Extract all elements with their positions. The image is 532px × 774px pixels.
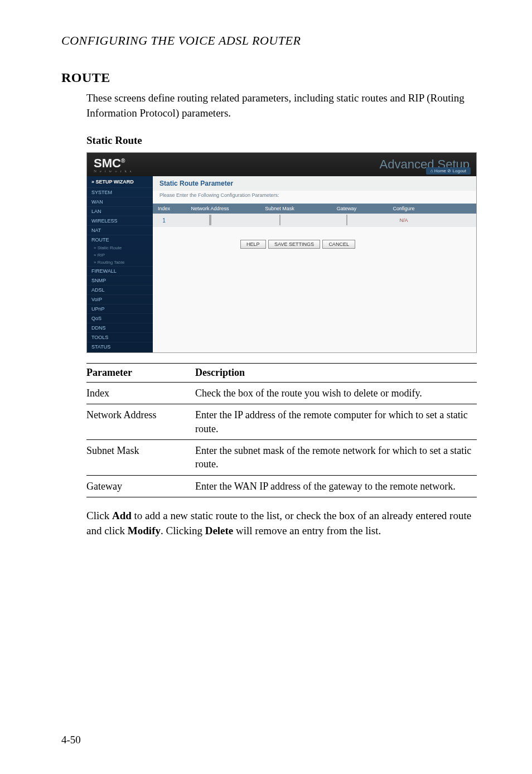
- nav-upnp[interactable]: UPnP: [87, 304, 153, 313]
- help-button[interactable]: HELP: [240, 240, 266, 249]
- table-row: Network Address Enter the IP address of …: [86, 404, 477, 440]
- col-gateway: Gateway: [315, 206, 379, 211]
- gateway-input[interactable]: [346, 215, 347, 225]
- row1-configure: N/A: [379, 217, 429, 223]
- setup-wizard-link[interactable]: » SETUP WIZARD: [87, 176, 153, 187]
- nav-nat[interactable]: NAT: [87, 225, 153, 235]
- main-panel-title: Static Route Parameter: [153, 176, 476, 191]
- closing-bold-add: Add: [112, 510, 132, 521]
- logout-link[interactable]: Logout: [453, 168, 466, 173]
- closing-paragraph: Click Add to add a new static route to t…: [86, 509, 482, 538]
- config-table-header: Index Network Address Subnet Mask Gatewa…: [153, 204, 476, 214]
- nav-qos[interactable]: QoS: [87, 313, 153, 323]
- table-row: Subnet Mask Enter the subnet mask of the…: [86, 440, 477, 476]
- desc-cell: Enter the WAN IP address of the gateway …: [195, 475, 477, 497]
- desc-cell: Check the box of the route you wish to d…: [195, 383, 477, 404]
- subsection-title: Static Route: [86, 134, 482, 147]
- nav-snmp[interactable]: SNMP: [87, 275, 153, 285]
- save-settings-button[interactable]: SAVE SETTINGS: [268, 240, 320, 249]
- button-row: HELP SAVE SETTINGS CANCEL: [153, 238, 476, 249]
- row1-gateway-cell: [315, 215, 379, 225]
- desc-cell: Enter the IP address of the remote compu…: [195, 404, 477, 440]
- param-table-header-row: Parameter Description: [86, 364, 477, 383]
- closing-bold-delete: Delete: [205, 525, 234, 536]
- screenshot-body: » SETUP WIZARD SYSTEM WAN LAN WIRELESS N…: [87, 176, 476, 352]
- logo-subtext: N e t w o r k s: [94, 169, 132, 173]
- cancel-button[interactable]: CANCEL: [322, 240, 355, 249]
- col-subnet-mask: Subnet Mask: [245, 206, 315, 211]
- desc-header: Description: [195, 364, 477, 383]
- param-cell: Subnet Mask: [86, 440, 195, 476]
- table-row: Index Check the box of the route you wis…: [86, 383, 477, 404]
- nav-firewall[interactable]: FIREWALL: [87, 266, 153, 275]
- nav-ddns[interactable]: DDNS: [87, 323, 153, 332]
- row1-index: 1: [153, 217, 175, 224]
- col-index: Index: [153, 206, 175, 211]
- nav-voip[interactable]: VoIP: [87, 294, 153, 304]
- param-cell: Network Address: [86, 404, 195, 440]
- closing-pre1: Click: [86, 510, 112, 521]
- desc-cell: Enter the subnet mask of the remote netw…: [195, 440, 477, 476]
- nav-tools[interactable]: TOOLS: [87, 332, 153, 342]
- top-links: ⌂ Home ⊘ Logout: [426, 167, 471, 175]
- nav-adsl[interactable]: ADSL: [87, 285, 153, 294]
- logo-text: SMC: [94, 156, 121, 170]
- logo-reg: ®: [121, 157, 125, 163]
- closing-post: will remove an entry from the list.: [233, 525, 381, 536]
- router-screenshot: SMC® N e t w o r k s Advanced Setup ⌂ Ho…: [86, 152, 477, 353]
- config-row-1: 1 N/A: [153, 214, 476, 227]
- row1-subnet-mask-cell: [245, 215, 315, 225]
- nav-system[interactable]: SYSTEM: [87, 187, 153, 197]
- sidebar-nav: » SETUP WIZARD SYSTEM WAN LAN WIRELESS N…: [87, 176, 153, 352]
- network-address-input-b[interactable]: [210, 215, 211, 225]
- section-title: ROUTE: [61, 70, 482, 85]
- nav-routing-table[interactable]: » Routing Table: [87, 259, 153, 266]
- smc-logo: SMC®: [94, 156, 125, 170]
- nav-rip[interactable]: » RIP: [87, 251, 153, 259]
- home-link[interactable]: Home: [434, 168, 446, 173]
- page-header: CONFIGURING THE VOICE ADSL ROUTER: [61, 33, 482, 48]
- screenshot-header-bar: SMC® N e t w o r k s Advanced Setup ⌂ Ho…: [87, 153, 476, 176]
- main-panel-subtitle: Please Enter the Following Configuration…: [153, 191, 476, 204]
- nav-wan[interactable]: WAN: [87, 197, 153, 206]
- nav-lan[interactable]: LAN: [87, 206, 153, 216]
- nav-status[interactable]: STATUS: [87, 342, 153, 351]
- row1-network-address-cell: [175, 215, 245, 225]
- closing-mid2: . Clicking: [161, 525, 205, 536]
- nav-static-route[interactable]: » Static Route: [87, 244, 153, 251]
- nav-route[interactable]: ROUTE: [87, 235, 153, 244]
- logo-block: SMC® N e t w o r k s: [94, 156, 132, 173]
- col-network-address: Network Address: [175, 206, 245, 211]
- col-configure: Configure: [379, 206, 429, 211]
- param-cell: Gateway: [86, 475, 195, 497]
- header-text: CONFIGURING THE VOICE ADSL ROUTER: [61, 33, 301, 47]
- screenshot-main: Static Route Parameter Please Enter the …: [153, 176, 476, 352]
- home-icon[interactable]: ⌂: [431, 168, 434, 173]
- nav-wireless[interactable]: WIRELESS: [87, 216, 153, 225]
- intro-paragraph: These screens define routing related par…: [86, 91, 482, 120]
- parameter-table: Parameter Description Index Check the bo…: [86, 363, 477, 497]
- table-row: Gateway Enter the WAN IP address of the …: [86, 475, 477, 497]
- subnet-mask-input[interactable]: [279, 215, 280, 225]
- param-cell: Index: [86, 383, 195, 404]
- logout-icon[interactable]: ⊘: [447, 168, 452, 173]
- param-header: Parameter: [86, 364, 195, 383]
- closing-bold-modify: Modify: [128, 525, 161, 536]
- page-number: 4-50: [61, 734, 81, 746]
